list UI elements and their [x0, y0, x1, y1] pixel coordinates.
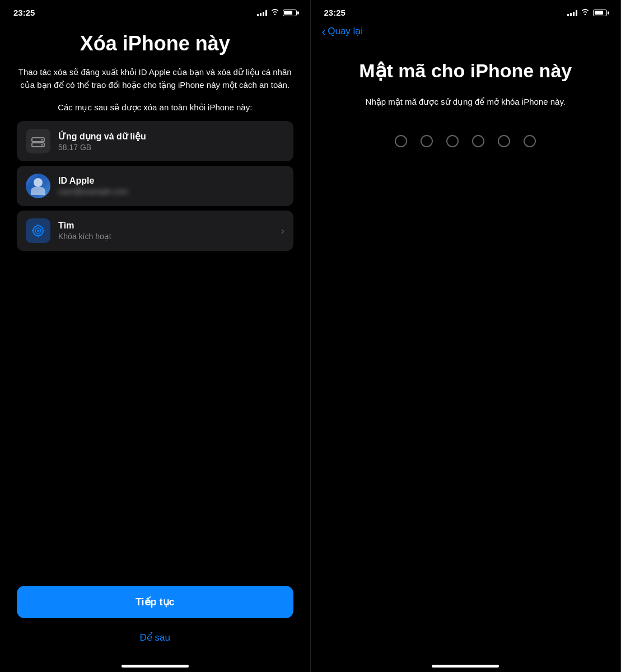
- items-list: Ứng dụng và dữ liệu 58,17 GB ID Apple us…: [17, 121, 293, 251]
- status-bar-left: 23:25: [0, 0, 310, 21]
- status-icons-left: [257, 8, 297, 17]
- item-apple-id-text: ID Apple user@example.com: [58, 176, 284, 196]
- back-chevron-icon: ‹: [322, 26, 326, 37]
- status-bar-right: 23:25: [311, 0, 621, 21]
- home-indicator-left: [122, 665, 189, 668]
- erase-description: Thao tác xóa sẽ đăng xuất khỏi ID Apple …: [17, 66, 293, 91]
- passcode-description: Nhập mật mã được sử dụng để mở khóa iPho…: [366, 96, 566, 109]
- defer-button[interactable]: Để sau: [17, 627, 293, 648]
- home-indicator-right: [432, 665, 499, 668]
- item-apple-id: ID Apple user@example.com: [17, 166, 293, 206]
- item-find[interactable]: Tìm Khóa kích hoạt ›: [17, 211, 293, 251]
- item-apple-id-subtitle: user@example.com: [58, 187, 284, 196]
- item-apps-data: Ứng dụng và dữ liệu 58,17 GB: [17, 121, 293, 161]
- wifi-icon-right: [581, 8, 590, 17]
- time-left: 23:25: [13, 8, 35, 17]
- bottom-actions: Tiếp tục Để sau: [0, 577, 310, 665]
- passcode-dot-2: [421, 135, 433, 147]
- find-chevron-icon: ›: [281, 225, 284, 237]
- svg-point-6: [37, 230, 39, 232]
- screen2-main-content: Mật mã cho iPhone này Nhập mật mã được s…: [311, 37, 621, 665]
- passcode-dot-1: [395, 135, 407, 147]
- passcode-dot-3: [446, 135, 459, 147]
- wifi-icon: [270, 8, 279, 17]
- passcode-dots: [395, 135, 536, 147]
- status-icons-right: [567, 8, 607, 17]
- battery-icon-right: [593, 10, 607, 16]
- svg-point-2: [41, 139, 43, 141]
- screen-passcode: 23:25 ‹ Quay lại Mật mã cho iPhone: [311, 0, 622, 672]
- signal-icon: [257, 10, 267, 16]
- svg-point-3: [41, 144, 43, 146]
- passcode-dot-5: [498, 135, 510, 147]
- item-apps-text: Ứng dụng và dữ liệu 58,17 GB: [58, 131, 284, 152]
- back-button[interactable]: ‹ Quay lại: [322, 25, 363, 37]
- item-apps-subtitle: 58,17 GB: [58, 143, 284, 152]
- storage-icon: [26, 129, 50, 153]
- back-navigation: ‹ Quay lại: [311, 21, 621, 37]
- item-apple-id-title: ID Apple: [58, 176, 284, 186]
- find-icon: [26, 218, 50, 243]
- passcode-title: Mật mã cho iPhone này: [359, 59, 572, 82]
- item-find-text: Tìm Khóa kích hoạt: [58, 221, 273, 241]
- passcode-dot-6: [524, 135, 536, 147]
- time-right: 23:25: [324, 8, 345, 17]
- apple-id-avatar: [26, 174, 50, 198]
- items-label: Các mục sau sẽ được xóa an toàn khỏi iPh…: [17, 101, 293, 113]
- item-find-title: Tìm: [58, 221, 273, 231]
- item-find-subtitle: Khóa kích hoạt: [58, 232, 273, 241]
- continue-button[interactable]: Tiếp tục: [17, 586, 293, 618]
- back-label: Quay lại: [328, 25, 363, 37]
- erase-title: Xóa iPhone này: [17, 32, 293, 55]
- passcode-dot-4: [472, 135, 484, 147]
- item-apps-title: Ứng dụng và dữ liệu: [58, 131, 284, 142]
- screen1-main-content: Xóa iPhone này Thao tác xóa sẽ đăng xuất…: [0, 21, 310, 577]
- signal-icon-right: [567, 10, 577, 16]
- battery-icon: [283, 10, 297, 16]
- screen-erase-iphone: 23:25 Xóa iPhone này Thao tác xóa sẽ đăn…: [0, 0, 311, 672]
